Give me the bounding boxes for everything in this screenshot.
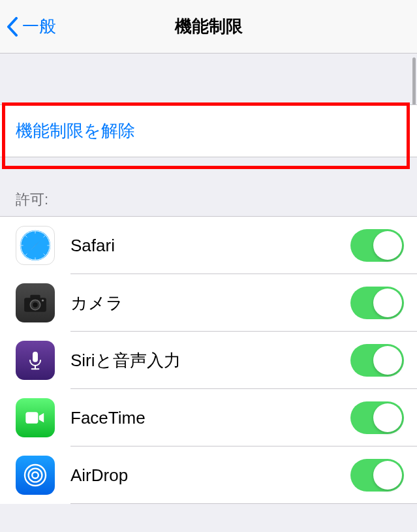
toggle-knob — [373, 231, 402, 260]
toggle-knob — [373, 289, 402, 317]
row-label: カメラ — [70, 292, 350, 315]
page-title: 機能制限 — [175, 15, 243, 38]
toggle-knob — [373, 346, 402, 375]
toggle-facetime[interactable] — [350, 401, 404, 434]
row-label: FaceTime — [70, 408, 350, 428]
toggle-siri[interactable] — [350, 344, 404, 377]
camera-icon — [16, 283, 55, 322]
svg-rect-17 — [33, 352, 38, 362]
navigation-bar: 一般 機能制限 — [0, 0, 417, 54]
toggle-camera[interactable] — [350, 287, 404, 319]
list-item-siri: Siriと音声入力 — [0, 332, 417, 389]
allow-section-header: 許可: — [0, 157, 417, 216]
back-button[interactable]: 一般 — [0, 15, 56, 38]
allow-list: Safari カメラ Siriと音声入力 — [0, 216, 417, 504]
svg-point-21 — [32, 472, 39, 478]
spacer — [0, 54, 417, 104]
facetime-icon — [16, 398, 55, 437]
back-label: 一般 — [22, 15, 56, 38]
airdrop-icon — [16, 456, 55, 495]
toggle-knob — [373, 403, 402, 432]
toggle-airdrop[interactable] — [350, 459, 404, 492]
toggle-safari[interactable] — [350, 229, 404, 262]
row-label: AirDrop — [70, 465, 350, 486]
list-item-facetime: FaceTime — [0, 389, 417, 446]
list-item-safari: Safari — [0, 217, 417, 274]
toggle-knob — [373, 461, 402, 490]
svg-point-16 — [42, 300, 44, 302]
scrollbar[interactable] — [412, 57, 416, 110]
row-label: Siriと音声入力 — [70, 349, 350, 372]
svg-point-15 — [33, 302, 38, 307]
microphone-icon — [16, 341, 55, 380]
svg-rect-13 — [30, 295, 40, 299]
chevron-left-icon — [7, 17, 18, 37]
disable-restrictions-label: 機能制限を解除 — [16, 121, 135, 140]
svg-rect-20 — [25, 412, 38, 424]
svg-point-22 — [29, 469, 42, 482]
svg-point-0 — [20, 230, 50, 260]
disable-restrictions-button[interactable]: 機能制限を解除 — [0, 104, 417, 157]
list-item-airdrop: AirDrop — [0, 446, 417, 504]
row-label: Safari — [70, 236, 350, 256]
safari-icon — [16, 226, 55, 265]
list-item-camera: カメラ — [0, 274, 417, 332]
